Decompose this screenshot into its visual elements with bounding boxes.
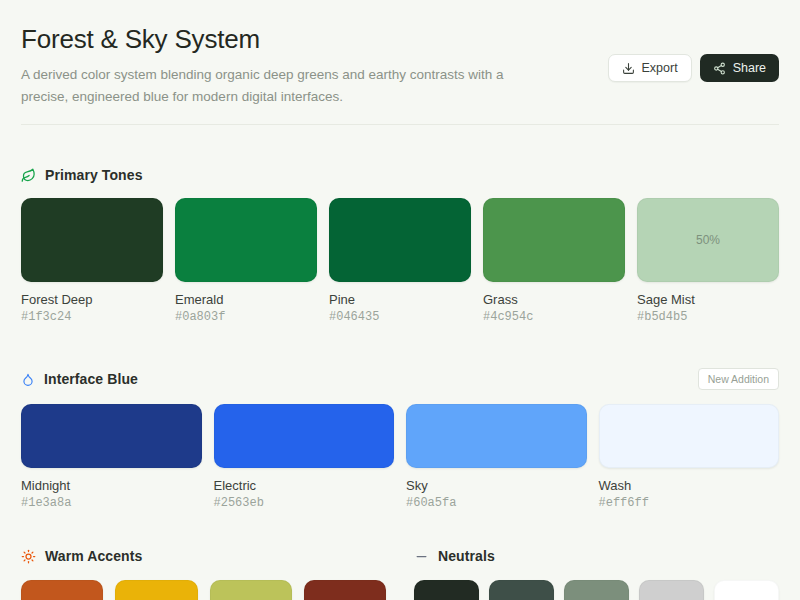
swatch-hex: #1e3a8a xyxy=(21,496,202,510)
swatch-midnight: Midnight #1e3a8a xyxy=(21,404,202,510)
swatch-grass: Grass #4c954c xyxy=(483,198,625,324)
page-title: Forest & Sky System xyxy=(21,24,779,55)
blue-swatch-grid: Midnight #1e3a8a Electric #2563eb Sky #6… xyxy=(21,404,779,510)
color-chip-wash[interactable] xyxy=(599,404,780,468)
sun-icon xyxy=(21,549,36,564)
color-chip-grass[interactable] xyxy=(483,198,625,282)
section-neutrals: Neutrals xyxy=(414,548,779,600)
color-chip-forest-deep[interactable] xyxy=(21,198,163,282)
page-description: A derived color system blending organic … xyxy=(21,64,513,108)
color-chip-emerald[interactable] xyxy=(175,198,317,282)
share-icon xyxy=(713,62,726,75)
color-chip-neutral-sage[interactable] xyxy=(564,580,629,600)
swatch-hex: #0a803f xyxy=(175,310,317,324)
section-title-primary: Primary Tones xyxy=(45,167,143,183)
swatch-name: Sky xyxy=(406,478,587,493)
swatch-hex: #b5d4b5 xyxy=(637,310,779,324)
swatch-name: Emerald xyxy=(175,292,317,307)
minus-icon xyxy=(414,549,429,564)
droplet-icon xyxy=(21,372,35,387)
leaf-icon xyxy=(21,168,36,183)
color-chip-neutral-white[interactable] xyxy=(714,580,779,600)
swatch-wash: Wash #eff6ff xyxy=(599,404,780,510)
neutrals-header: Neutrals xyxy=(414,548,779,564)
color-chip-sky[interactable] xyxy=(406,404,587,468)
color-chip-electric[interactable] xyxy=(214,404,395,468)
header-divider xyxy=(21,124,779,125)
section-warm-accents: Warm Accents xyxy=(21,548,386,600)
warm-accents-header: Warm Accents xyxy=(21,548,386,564)
color-chip-warm-gold[interactable] xyxy=(115,580,197,600)
share-button[interactable]: Share xyxy=(700,54,779,82)
color-chip-sage-mist[interactable]: 50% xyxy=(637,198,779,282)
section-title-neutrals: Neutrals xyxy=(438,548,495,564)
section-title-warm: Warm Accents xyxy=(45,548,142,564)
swatch-pine: Pine #046435 xyxy=(329,198,471,324)
export-button-label: Export xyxy=(642,61,678,75)
swatch-electric: Electric #2563eb xyxy=(214,404,395,510)
bottom-sections: Warm Accents Neutrals xyxy=(21,548,779,600)
color-chip-neutral-ink[interactable] xyxy=(414,580,479,600)
share-button-label: Share xyxy=(733,61,766,75)
color-chip-warm-brick[interactable] xyxy=(304,580,386,600)
swatch-name: Electric xyxy=(214,478,395,493)
primary-tones-header: Primary Tones xyxy=(21,167,779,183)
color-chip-midnight[interactable] xyxy=(21,404,202,468)
header-actions: Export Share xyxy=(608,54,780,82)
color-chip-warm-olive[interactable] xyxy=(210,580,292,600)
swatch-hex: #046435 xyxy=(329,310,471,324)
swatch-hex: #1f3c24 xyxy=(21,310,163,324)
warm-swatch-grid xyxy=(21,580,386,600)
new-addition-badge: New Addition xyxy=(698,368,779,390)
export-button[interactable]: Export xyxy=(608,54,692,82)
swatch-emerald: Emerald #0a803f xyxy=(175,198,317,324)
swatch-name: Forest Deep xyxy=(21,292,163,307)
section-primary-tones: Primary Tones Forest Deep #1f3c24 Emeral… xyxy=(21,167,779,324)
section-title-blue: Interface Blue xyxy=(44,371,138,387)
color-chip-neutral-gray[interactable] xyxy=(639,580,704,600)
opacity-label: 50% xyxy=(696,233,720,247)
primary-swatch-grid: Forest Deep #1f3c24 Emerald #0a803f Pine… xyxy=(21,198,779,324)
swatch-name: Sage Mist xyxy=(637,292,779,307)
swatch-sky: Sky #60a5fa xyxy=(406,404,587,510)
download-icon xyxy=(622,62,635,75)
color-chip-warm-orange[interactable] xyxy=(21,580,103,600)
swatch-name: Midnight xyxy=(21,478,202,493)
swatch-hex: #2563eb xyxy=(214,496,395,510)
interface-blue-header: Interface Blue New Addition xyxy=(21,368,779,390)
section-interface-blue: Interface Blue New Addition Midnight #1e… xyxy=(21,368,779,510)
swatch-hex: #60a5fa xyxy=(406,496,587,510)
swatch-sage-mist: 50% Sage Mist #b5d4b5 xyxy=(637,198,779,324)
swatch-name: Wash xyxy=(599,478,780,493)
swatch-name: Pine xyxy=(329,292,471,307)
swatch-hex: #eff6ff xyxy=(599,496,780,510)
swatch-hex: #4c954c xyxy=(483,310,625,324)
neutral-swatch-grid xyxy=(414,580,779,600)
color-chip-neutral-slate[interactable] xyxy=(489,580,554,600)
color-chip-pine[interactable] xyxy=(329,198,471,282)
main-container: Forest & Sky System A derived color syst… xyxy=(0,0,800,600)
swatch-forest-deep: Forest Deep #1f3c24 xyxy=(21,198,163,324)
page-background: { "page": { "title": "Forest & Sky Syste… xyxy=(0,0,800,600)
swatch-name: Grass xyxy=(483,292,625,307)
